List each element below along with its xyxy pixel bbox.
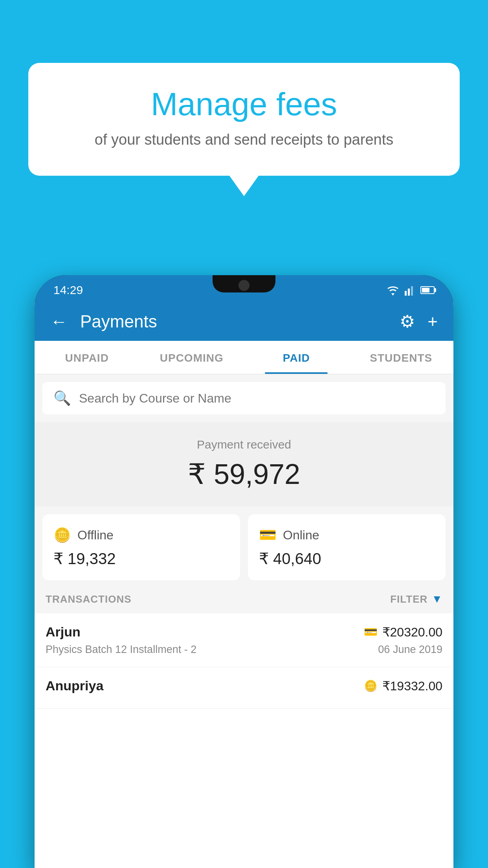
- online-card: 💳 Online ₹ 40,640: [248, 514, 446, 580]
- bubble-subtitle: of your students and send receipts to pa…: [60, 131, 428, 148]
- transaction-item-arjun[interactable]: Arjun 💳 ₹20320.00 Physics Batch 12 Insta…: [35, 613, 453, 667]
- transaction-item-anupriya[interactable]: Anupriya 🪙 ₹19332.00: [35, 667, 453, 709]
- status-icons: [386, 285, 435, 296]
- transaction-list: Arjun 💳 ₹20320.00 Physics Batch 12 Insta…: [35, 613, 453, 868]
- app-header: ← Payments ⚙ +: [35, 302, 453, 341]
- offline-card-icon: 🪙: [53, 527, 71, 543]
- filter-row[interactable]: FILTER ▼: [390, 593, 442, 605]
- battery-icon: [420, 286, 435, 294]
- online-card-icon: 💳: [259, 527, 277, 543]
- phone-frame: 14:29 ← Payments ⚙ +: [35, 275, 453, 868]
- svg-rect-1: [408, 289, 410, 296]
- payment-received-section: Payment received ₹ 59,972: [35, 422, 453, 506]
- speech-bubble: Manage fees of your students and send re…: [28, 63, 460, 176]
- phone-camera: [238, 280, 250, 291]
- transaction-name-arjun: Arjun: [46, 624, 81, 640]
- search-icon: 🔍: [53, 390, 71, 406]
- header-icons: ⚙ +: [400, 311, 438, 331]
- transaction-date-arjun: 06 June 2019: [378, 644, 442, 656]
- svg-rect-0: [405, 291, 407, 296]
- transaction-type-icon-arjun: 💳: [364, 625, 378, 638]
- online-card-label: Online: [283, 528, 319, 542]
- transaction-name-anupriya: Anupriya: [46, 678, 103, 693]
- offline-card-label: Offline: [77, 528, 114, 542]
- tabs-bar: UNPAID UPCOMING PAID STUDENTS: [35, 341, 453, 374]
- transaction-amount-anupriya: ₹19332.00: [382, 679, 442, 693]
- cards-row: 🪙 Offline ₹ 19,332 💳 Online ₹ 40,640: [35, 506, 453, 580]
- search-container: 🔍: [42, 382, 446, 414]
- wifi-icon: [386, 285, 400, 296]
- filter-label: FILTER: [390, 593, 427, 605]
- status-time: 14:29: [53, 283, 83, 297]
- transaction-type-icon-anupriya: 🪙: [364, 679, 378, 692]
- bubble-title: Manage fees: [60, 86, 428, 122]
- online-card-amount: ₹ 40,640: [259, 550, 435, 568]
- transaction-course-arjun: Physics Batch 12 Installment - 2: [46, 644, 196, 656]
- phone-notch: [213, 275, 275, 292]
- svg-rect-2: [411, 286, 413, 296]
- tab-unpaid[interactable]: UNPAID: [35, 341, 139, 374]
- offline-card-amount: ₹ 19,332: [53, 550, 229, 568]
- offline-card: 🪙 Offline ₹ 19,332: [42, 514, 240, 580]
- search-input[interactable]: [79, 391, 435, 406]
- filter-icon: ▼: [431, 593, 442, 605]
- signal-icon: [405, 285, 416, 296]
- app-screen: ← Payments ⚙ + UNPAID UPCOMING PAID STUD…: [35, 302, 453, 868]
- tab-upcoming[interactable]: UPCOMING: [139, 341, 244, 374]
- add-button[interactable]: +: [427, 312, 438, 331]
- payment-received-label: Payment received: [42, 438, 446, 451]
- transactions-header: TRANSACTIONS FILTER ▼: [35, 580, 453, 613]
- transaction-amount-arjun: ₹20320.00: [382, 625, 442, 640]
- back-button[interactable]: ←: [50, 312, 68, 331]
- transactions-label: TRANSACTIONS: [46, 593, 132, 605]
- tab-paid[interactable]: PAID: [244, 341, 349, 374]
- payment-received-amount: ₹ 59,972: [42, 458, 446, 491]
- page-title: Payments: [80, 312, 400, 331]
- settings-icon[interactable]: ⚙: [400, 311, 415, 331]
- tab-students[interactable]: STUDENTS: [349, 341, 454, 374]
